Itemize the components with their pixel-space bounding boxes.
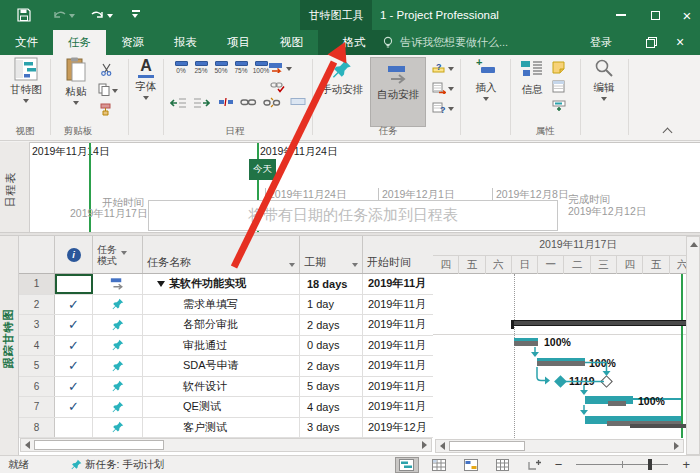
duration-cell[interactable]: 1 day	[300, 295, 363, 315]
indent-task-icon[interactable]	[193, 97, 210, 109]
task-name-cell[interactable]: QE测试	[143, 397, 300, 417]
indicator-cell[interactable]: ✓	[55, 356, 93, 376]
zoom-in-icon[interactable]: +	[682, 457, 690, 472]
start-date-cell[interactable]: 2019年11月	[363, 274, 433, 294]
scroll-left-icon[interactable]	[436, 440, 449, 452]
save-icon[interactable]	[16, 7, 32, 23]
indicator-cell[interactable]	[55, 274, 93, 294]
scroll-right-icon[interactable]	[418, 439, 431, 451]
inactivate-task-icon[interactable]	[290, 97, 306, 106]
duration-cell[interactable]: 3 days	[300, 418, 363, 438]
collapse-ribbon-icon[interactable]	[664, 129, 671, 136]
add-to-timeline-icon[interactable]	[552, 99, 566, 112]
start-date-cell[interactable]: 2019年11月	[363, 377, 433, 397]
filter-arrow-icon[interactable]	[352, 263, 358, 267]
start-date-cell[interactable]: 2019年11月	[363, 397, 433, 417]
minimize-button[interactable]	[606, 0, 636, 30]
task-mode-cell[interactable]	[93, 336, 143, 356]
task-mode-cell[interactable]	[93, 397, 143, 417]
auto-schedule-button[interactable]: 自动安排	[370, 57, 426, 127]
duration-header[interactable]: 工期	[300, 236, 363, 273]
scrollbar-thumb[interactable]	[449, 441, 525, 451]
task-name-cell[interactable]: 各部分审批	[143, 315, 300, 335]
inactivate-link-icon[interactable]	[270, 81, 286, 93]
task-name-cell[interactable]: 需求单填写	[143, 295, 300, 315]
team-planner-view-icon[interactable]	[459, 457, 483, 473]
start-date-cell[interactable]: 2019年11月	[363, 295, 433, 315]
start-date-cell[interactable]: 2019年11月	[363, 315, 433, 335]
row-number-header[interactable]	[19, 236, 55, 273]
undo-button[interactable]	[52, 8, 75, 21]
close-button[interactable]: ×	[672, 0, 700, 30]
row-number[interactable]: 2	[19, 295, 55, 315]
scroll-up-icon[interactable]	[687, 238, 700, 250]
paste-button[interactable]: 粘贴	[56, 57, 96, 105]
table-row[interactable]: 1某软件功能实现18 days2019年11月	[19, 274, 433, 295]
table-row[interactable]: 6✓软件设计5 days2019年11月	[19, 377, 433, 398]
row-number[interactable]: 4	[19, 336, 55, 356]
outdent-task-icon[interactable]	[170, 97, 187, 109]
scrollbar-thumb[interactable]	[34, 440, 164, 450]
table-row[interactable]: 5✓SDA号申请2 days2019年11月	[19, 356, 433, 377]
task-mode-icon[interactable]: ?	[432, 102, 454, 114]
duration-cell[interactable]: 4 days	[300, 397, 363, 417]
inspect-task-icon[interactable]: ?	[432, 62, 454, 74]
task-mode-cell[interactable]	[93, 315, 143, 335]
indicators-header[interactable]: i	[55, 236, 93, 273]
format-painter-icon[interactable]	[99, 103, 112, 116]
indicator-cell[interactable]: ✓	[55, 295, 93, 315]
task-name-header[interactable]: 任务名称	[143, 236, 300, 273]
details-icon[interactable]	[552, 80, 565, 93]
task-name-cell[interactable]: 审批通过	[143, 336, 300, 356]
zoom-out-icon[interactable]: −	[555, 457, 563, 472]
scroll-left-icon[interactable]	[21, 439, 34, 451]
duration-cell[interactable]: 5 days	[300, 377, 363, 397]
table-row[interactable]: 3✓各部分审批2 days2019年11月	[19, 315, 433, 336]
task-mode-cell[interactable]	[93, 274, 143, 294]
font-button[interactable]: A 字体	[131, 57, 161, 100]
cut-icon[interactable]	[100, 63, 113, 76]
start-header[interactable]: 开始时间	[363, 236, 433, 273]
task-mode-cell[interactable]	[93, 356, 143, 376]
close-document-icon[interactable]: ×	[676, 34, 684, 50]
split-task-icon[interactable]	[218, 97, 234, 107]
row-number[interactable]: 8	[19, 418, 55, 438]
notes-icon[interactable]	[552, 61, 565, 74]
progress-0pct-button[interactable]: 0%	[172, 61, 190, 74]
duration-cell[interactable]: 2 days	[300, 315, 363, 335]
gantt-chart[interactable]: 2019年11月17日 四五六日一二三四五六 100%100%11/19100%	[433, 236, 686, 455]
tab-file[interactable]: 文件	[0, 30, 53, 55]
progress-25pct-button[interactable]: 25%	[192, 61, 210, 74]
duration-cell[interactable]: 2 days	[300, 356, 363, 376]
tab-project[interactable]: 项目	[212, 30, 265, 55]
respect-links-icon[interactable]	[268, 62, 292, 73]
gantt-chart-view-button[interactable]: 甘特图	[7, 57, 45, 103]
row-number[interactable]: 3	[19, 315, 55, 335]
unlink-tasks-icon[interactable]	[263, 97, 281, 108]
row-number[interactable]: 5	[19, 356, 55, 376]
tab-format[interactable]: 格式	[318, 30, 390, 55]
timeline-pane[interactable]: 2019年11月14日 2019年11月24日 今天 2019年11月24日20…	[30, 142, 700, 232]
redo-button[interactable]	[90, 8, 113, 21]
start-date-cell[interactable]: 2019年11月	[363, 356, 433, 376]
maximize-button[interactable]	[640, 0, 670, 30]
duration-cell[interactable]: 0 days	[300, 336, 363, 356]
task-mode-cell[interactable]	[93, 295, 143, 315]
link-tasks-icon[interactable]	[240, 97, 257, 107]
move-task-icon[interactable]	[432, 82, 454, 94]
task-mode-cell[interactable]	[93, 418, 143, 438]
tab-resource[interactable]: 资源	[106, 30, 159, 55]
task-name-cell[interactable]: 客户测试	[143, 418, 300, 438]
resource-sheet-view-icon[interactable]	[491, 457, 515, 473]
table-horizontal-scrollbar[interactable]	[20, 438, 432, 452]
new-view-icon[interactable]	[523, 457, 547, 473]
tab-report[interactable]: 报表	[159, 30, 212, 55]
information-button[interactable]: 信息	[514, 57, 550, 97]
progress-50pct-button[interactable]: 50%	[212, 61, 230, 74]
tab-view[interactable]: 视图	[265, 30, 318, 55]
new-task-mode[interactable]: 新任务: 手动计划	[71, 458, 164, 472]
copy-icon[interactable]	[98, 83, 118, 96]
insert-button[interactable]: + 插入	[466, 57, 506, 101]
indicator-cell[interactable]: ✓	[55, 315, 93, 335]
indicator-cell[interactable]: ✓	[55, 336, 93, 356]
